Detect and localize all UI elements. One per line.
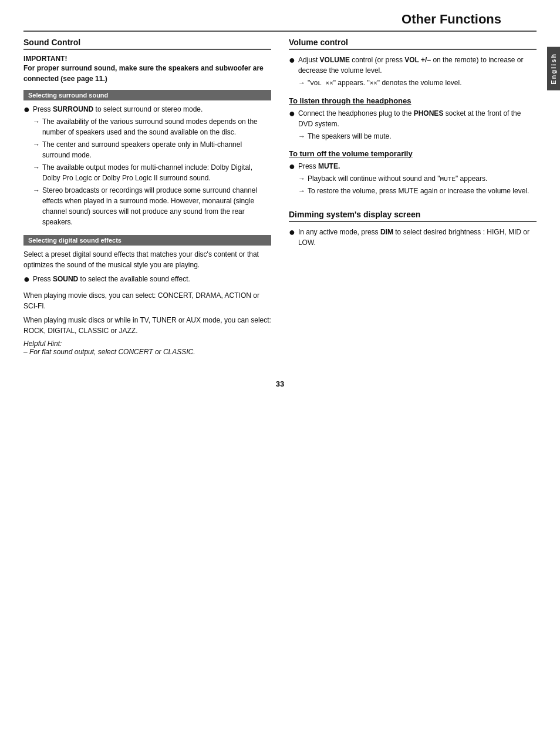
digital-intro-text: Select a preset digital sound effects th… bbox=[23, 249, 271, 270]
music-text: When playing music discs or while in TV,… bbox=[23, 315, 271, 336]
sound-bullet-item: ● Press SOUND to select the available so… bbox=[23, 274, 271, 284]
surround-bullet-item: ● Press SURROUND to select surround or s… bbox=[23, 104, 271, 229]
page-title: Other Functions bbox=[23, 12, 537, 32]
lang-tab: English bbox=[547, 47, 560, 90]
bullet-dot-surround: ● bbox=[23, 104, 30, 115]
dimming-bullet-content: In any active mode, press DIM to select … bbox=[298, 227, 537, 248]
mute-arrow-1: → Playback will continue without sound a… bbox=[298, 173, 537, 184]
right-column: Volume control ● Adjust VOLUME control (… bbox=[289, 38, 537, 362]
surround-arrow-text-3: The available output modes for multi-cha… bbox=[42, 162, 271, 183]
arrow-icon-3: → bbox=[33, 162, 40, 173]
surround-arrow-text-4: Stereo broadcasts or recordings will pro… bbox=[42, 185, 271, 227]
volume-arrow-text-1: "VOL ××" appears. "××" denotes the volum… bbox=[308, 78, 537, 89]
sound-bullet-content: Press SOUND to select the available soun… bbox=[33, 274, 271, 284]
page-container: Other Functions English Sound Control IM… bbox=[0, 0, 560, 729]
movie-text: When playing movie discs, you can select… bbox=[23, 290, 271, 311]
bullet-dot-dimming: ● bbox=[289, 227, 295, 237]
arrow-icon-mute-1: → bbox=[298, 173, 305, 184]
headphones-arrow-text: The speakers will be mute. bbox=[308, 131, 537, 142]
main-columns: Sound Control IMPORTANT! For proper surr… bbox=[23, 38, 537, 362]
volume-bullet-content: Adjust VOLUME control (or press VOL +/– … bbox=[298, 55, 537, 90]
surround-arrow-text-1: The availability of the various surround… bbox=[42, 116, 271, 137]
surround-arrow-4: → Stereo broadcasts or recordings will p… bbox=[33, 185, 271, 227]
headphones-bullet-item: ● Connect the headphones plug to the PHO… bbox=[289, 108, 537, 143]
surround-bar: Selecting surround sound bbox=[23, 90, 271, 100]
helpful-hint-text: – For flat sound output, select CONCERT … bbox=[23, 348, 195, 356]
mute-arrow-text-1: Playback will continue without sound and… bbox=[308, 173, 537, 184]
surround-arrow-2: → The center and surround speakers opera… bbox=[33, 139, 271, 160]
arrow-icon-1: → bbox=[33, 116, 40, 127]
mute-arrow-2: → To restore the volume, press MUTE agai… bbox=[298, 186, 537, 196]
left-column: Sound Control IMPORTANT! For proper surr… bbox=[23, 38, 271, 362]
headphones-arrow-1: → The speakers will be mute. bbox=[298, 131, 537, 142]
arrow-icon-4: → bbox=[33, 185, 40, 196]
helpful-hint-title: Helpful Hint: bbox=[23, 340, 62, 348]
important-label: IMPORTANT! bbox=[23, 55, 271, 63]
bullet-dot-mute: ● bbox=[289, 161, 295, 172]
surround-arrow-3: → The available output modes for multi-c… bbox=[33, 162, 271, 183]
bullet-dot-headphones: ● bbox=[289, 108, 295, 119]
mute-bullet-item: ● Press MUTE. → Playback will continue w… bbox=[289, 161, 537, 199]
arrow-icon-mute-2: → bbox=[298, 186, 305, 196]
headphones-bullet-content: Connect the headphones plug to the PHONE… bbox=[298, 108, 537, 143]
mute-arrow-text-2: To restore the volume, press MUTE again … bbox=[308, 186, 537, 196]
bullet-dot-sound: ● bbox=[23, 274, 30, 284]
bullet-dot-volume: ● bbox=[289, 55, 295, 65]
headphones-title: To listen through the headphones bbox=[289, 96, 537, 105]
dimming-bullet-item: ● In any active mode, press DIM to selec… bbox=[289, 227, 537, 248]
sound-control-title: Sound Control bbox=[23, 38, 271, 50]
surround-arrow-text-2: The center and surround speakers operate… bbox=[42, 139, 271, 160]
mute-title: To turn off the volume temporarily bbox=[289, 149, 537, 158]
important-text: For proper surround sound, make sure the… bbox=[23, 63, 271, 84]
helpful-hint-block: Helpful Hint: – For flat sound output, s… bbox=[23, 340, 271, 356]
volume-arrow-1: → "VOL ××" appears. "××" denotes the vol… bbox=[298, 78, 537, 89]
digital-bar: Selecting digital sound effects bbox=[23, 235, 271, 246]
arrow-icon-vol: → bbox=[298, 78, 305, 88]
arrow-icon-2: → bbox=[33, 139, 40, 150]
mute-bullet-content: Press MUTE. → Playback will continue wit… bbox=[298, 161, 537, 199]
page-number: 33 bbox=[23, 379, 537, 388]
surround-bullet-content: Press SURROUND to select surround or ste… bbox=[33, 104, 271, 229]
dimming-title: Dimming system's display screen bbox=[289, 210, 537, 222]
surround-bullet-text: Press SURROUND to select surround or ste… bbox=[33, 105, 203, 113]
volume-title: Volume control bbox=[289, 38, 537, 50]
surround-arrow-1: → The availability of the various surrou… bbox=[33, 116, 271, 137]
arrow-icon-headphones: → bbox=[298, 131, 305, 142]
important-block: IMPORTANT! For proper surround sound, ma… bbox=[23, 55, 271, 84]
volume-bullet-item: ● Adjust VOLUME control (or press VOL +/… bbox=[289, 55, 537, 90]
